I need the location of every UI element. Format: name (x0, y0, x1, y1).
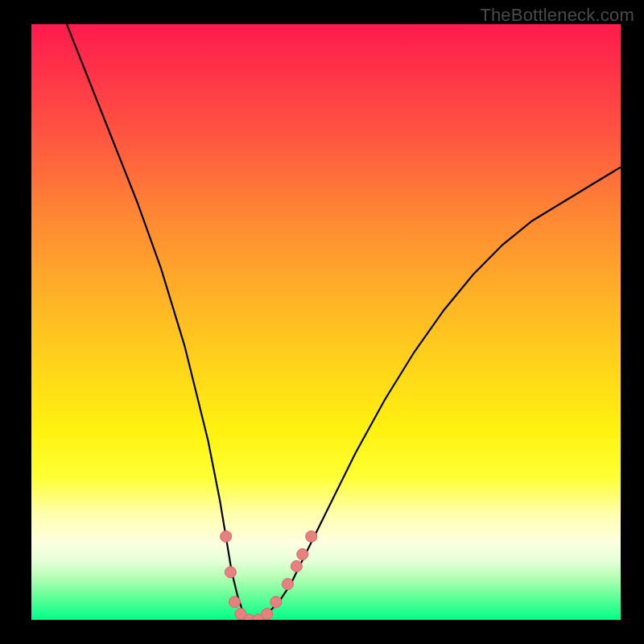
chart-plot-area (31, 24, 621, 620)
curve-markers (221, 530, 317, 620)
curve-marker (306, 530, 317, 542)
curve-marker (262, 609, 273, 620)
curve-marker (270, 597, 282, 608)
curve-marker (225, 567, 236, 578)
curve-marker (282, 579, 293, 590)
curve-marker (297, 549, 308, 560)
curve-marker (221, 530, 232, 542)
bottleneck-curve-svg (31, 24, 621, 620)
watermark-text: TheBottleneck.com (480, 5, 634, 26)
bottleneck-curve-line (67, 24, 621, 620)
curve-marker (291, 560, 302, 572)
curve-marker (229, 597, 241, 608)
